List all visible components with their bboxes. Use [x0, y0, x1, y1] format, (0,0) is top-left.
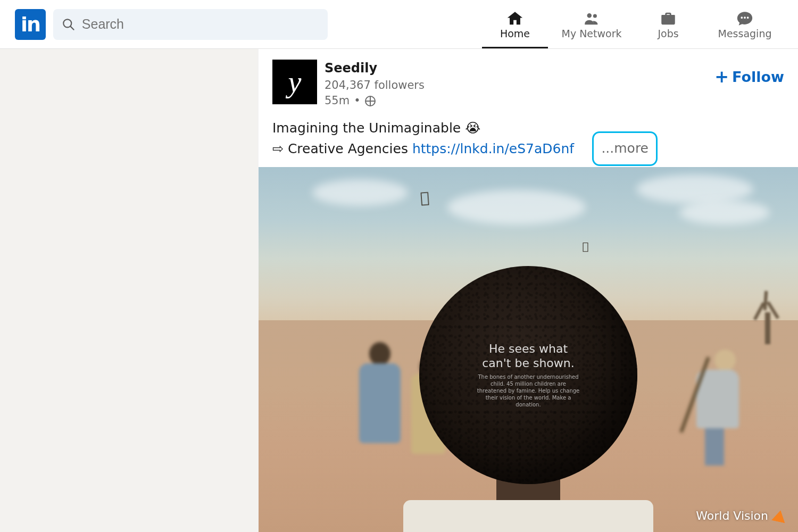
- figure-digging: [691, 350, 744, 472]
- crying-emoji: 😭: [465, 120, 480, 136]
- nav-network[interactable]: My Network: [553, 0, 630, 48]
- image-headline: He sees what can't be shown.: [475, 342, 581, 370]
- follower-count: 204,367 followers: [325, 78, 425, 93]
- bare-tree: [745, 291, 787, 344]
- feed-post: y Seedily 204,367 followers 55m • + Foll…: [258, 49, 798, 532]
- post-time: 55m: [325, 93, 350, 109]
- left-rail-placeholder: [0, 49, 258, 532]
- search-input[interactable]: [82, 16, 319, 32]
- nav-label: Jobs: [658, 28, 678, 39]
- bird-icon: 𓅮: [582, 240, 588, 253]
- post-meta: Seedily 204,367 followers 55m •: [325, 60, 425, 109]
- post-body: Imagining the Unimaginable 😭 ⇨ Creative …: [259, 114, 798, 167]
- global-nav: Home My Network Jobs Messaging: [477, 0, 783, 48]
- search-icon: [62, 17, 76, 32]
- briefcase-icon: [659, 10, 678, 28]
- post-line-1: Imagining the Unimaginable 😭: [272, 118, 784, 139]
- see-more-button[interactable]: ...more: [592, 131, 658, 166]
- people-icon: [582, 10, 601, 28]
- post-time-visibility: 55m •: [325, 93, 425, 109]
- star-icon: [771, 509, 787, 523]
- post-header: y Seedily 204,367 followers 55m • + Foll…: [259, 49, 798, 114]
- linkedin-logo[interactable]: in: [15, 9, 46, 40]
- nav-home[interactable]: Home: [477, 0, 553, 48]
- plus-icon: +: [714, 68, 729, 85]
- main-layout: y Seedily 204,367 followers 55m • + Foll…: [0, 49, 798, 532]
- world-vision-logo: World Vision: [696, 509, 786, 522]
- image-overlay-text: He sees what can't be shown. The bones o…: [475, 342, 581, 408]
- home-icon: [505, 10, 525, 28]
- brand-name: World Vision: [696, 509, 768, 522]
- nav-label: My Network: [561, 28, 621, 39]
- nav-label: Messaging: [718, 28, 772, 39]
- post-image[interactable]: 𓅯 𓅮 He sees what can't be shown. The bon…: [259, 167, 798, 532]
- nav-label: Home: [500, 28, 530, 39]
- follow-label: Follow: [732, 69, 784, 85]
- follow-button[interactable]: + Follow: [714, 60, 784, 85]
- post-line-2: ⇨ Creative Agencies https://lnkd.in/eS7a…: [272, 139, 784, 160]
- post-link[interactable]: https://lnkd.in/eS7aD6nf: [412, 141, 574, 156]
- global-header: in Home My Network Jobs Messaging: [0, 0, 798, 49]
- bird-icon: 𓅯: [420, 188, 430, 206]
- company-name[interactable]: Seedily: [325, 60, 425, 78]
- search-box[interactable]: [53, 9, 328, 40]
- nav-jobs[interactable]: Jobs: [630, 0, 706, 48]
- company-logo[interactable]: y: [272, 60, 317, 104]
- globe-icon: [365, 96, 376, 106]
- nav-messaging[interactable]: Messaging: [706, 0, 783, 48]
- image-subline: The bones of another undernourished chil…: [475, 373, 581, 408]
- chat-icon: [735, 10, 754, 28]
